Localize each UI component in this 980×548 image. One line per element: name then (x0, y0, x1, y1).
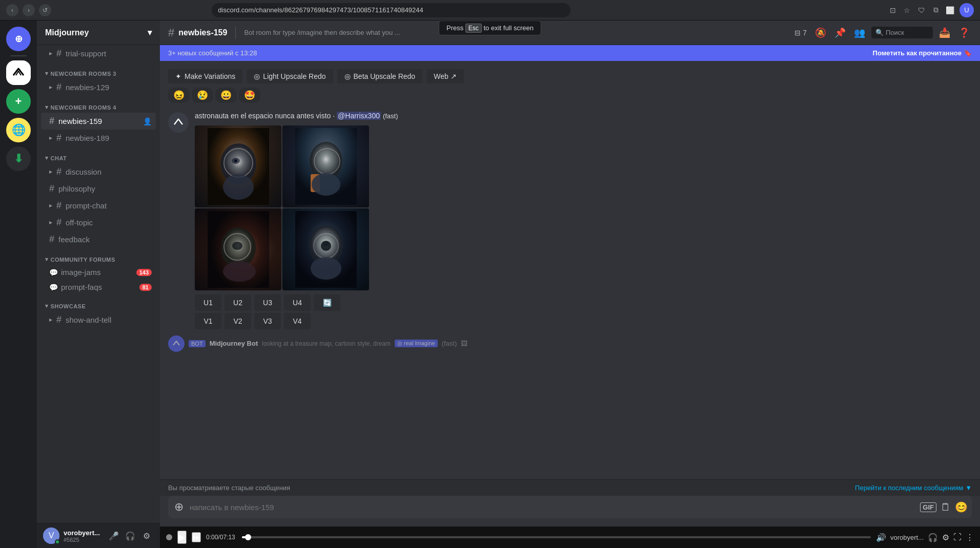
channel-item-philosophy[interactable]: # philosophy (41, 180, 156, 197)
url-bar[interactable]: discord.com/channels/862267976984297473/… (212, 3, 570, 17)
video-status-dot[interactable] (166, 534, 172, 540)
video-volume-icon[interactable]: 🔊 (876, 533, 886, 542)
back-button[interactable]: ‹ (6, 4, 18, 16)
u1-button[interactable]: U1 (195, 294, 221, 311)
discord-home-button[interactable]: ⊕ (6, 27, 31, 51)
channel-item-trial-support[interactable]: ▶ # trial-support (41, 45, 156, 62)
v1-button[interactable]: V1 (195, 313, 221, 329)
deafen-button[interactable]: 🎧 (123, 529, 137, 543)
astro-svg-2 (295, 128, 357, 205)
user-discriminator: #5625 (64, 537, 103, 543)
astronaut-image-1[interactable] (195, 125, 281, 207)
channel-item-newbies-129[interactable]: ▶ # newbies-129 (41, 79, 156, 96)
beta-upscale-redo-button[interactable]: ◎ Beta Upscale Redo (337, 69, 423, 83)
channel-item-newbies-189[interactable]: ▶ # newbies-189 (41, 130, 156, 146)
make-variations-button[interactable]: ✦ Make Variations (168, 69, 242, 83)
extensions-icon[interactable]: ⧉ (931, 5, 941, 15)
emoji-react-1[interactable]: 😖 (168, 88, 190, 103)
server-icon-yellow[interactable]: 🌐 (6, 118, 31, 142)
video-headphones-icon[interactable]: 🎧 (928, 533, 938, 542)
cast-icon[interactable]: ⊡ (888, 5, 898, 15)
channel-item-off-topic[interactable]: ▶ # off-topic (41, 214, 156, 231)
search-box[interactable]: 🔍 Поиск (871, 27, 933, 38)
video-overflow-button[interactable]: ⋮ (966, 533, 974, 542)
chat-input-bar: ⊕ GIF 🗒 😊 (160, 496, 980, 526)
u3-button[interactable]: U3 (254, 294, 281, 311)
channel-label-prompt-faqs: prompt-faqs (61, 283, 102, 291)
svg-point-5 (223, 174, 254, 200)
make-variations-label: Make Variations (185, 72, 235, 80)
emoji-react-4[interactable]: 🤩 (239, 88, 260, 103)
member-count-icon: 👤 (143, 117, 152, 125)
faded-text: looking at a treasure map, cartoon style… (262, 340, 391, 347)
video-next-button[interactable]: ⏭ (192, 532, 201, 542)
channel-item-image-jams[interactable]: 💬 image-jams 143 (41, 265, 156, 280)
attach-file-button[interactable]: ⊕ (172, 498, 186, 516)
video-play-button[interactable]: ▶ (177, 531, 187, 544)
v4-button[interactable]: V4 (284, 313, 311, 329)
sticker-button[interactable]: 🗒 (941, 501, 951, 513)
settings-button[interactable]: ⚙ (139, 529, 154, 543)
emoji-button[interactable]: 😊 (955, 501, 968, 513)
channel-label-159: newbies-159 (58, 117, 102, 125)
browser-icons: ⊡ ☆ 🛡 ⧉ ⬜ U (888, 3, 974, 17)
svg-point-20 (311, 257, 341, 280)
server-icon-green[interactable]: + (6, 89, 31, 114)
video-progress-bar[interactable] (242, 536, 871, 538)
emoji-react-2[interactable]: 😢 (192, 88, 213, 103)
channel-item-show-and-tell[interactable]: ▶ # show-and-tell (41, 311, 156, 328)
pin-button[interactable]: 📌 (832, 25, 848, 40)
server-icon-download[interactable]: ⬇ (6, 146, 31, 171)
forward-button[interactable]: › (23, 4, 35, 16)
bookmark-icon[interactable]: ☆ (902, 5, 912, 15)
channel-label-off-topic: off-topic (66, 218, 93, 227)
esc-tooltip: Press Esc to exit full screen (439, 20, 541, 35)
profile-window-icon[interactable]: ⬜ (945, 5, 955, 15)
new-messages-text: 3+ новых сообщений с 13:28 (168, 49, 257, 57)
server-dropdown-icon[interactable]: ▾ (148, 28, 152, 37)
u-buttons-row: U1 U2 U3 U4 🔄 (195, 294, 972, 311)
mute-channel-button[interactable]: 🔕 (813, 25, 828, 40)
video-settings-icon[interactable]: ⚙ (942, 533, 949, 542)
v3-button[interactable]: V3 (254, 313, 281, 329)
channel-label-feedback: feedback (58, 235, 90, 244)
server-icon-midjourney[interactable] (6, 60, 31, 85)
members-list-button[interactable]: 👥 (852, 25, 867, 40)
inbox-button[interactable]: 📥 (937, 25, 952, 40)
channel-item-feedback[interactable]: # feedback (41, 231, 156, 248)
astronaut-image-3[interactable] (195, 208, 281, 290)
video-user-icon[interactable]: vorobyert... (890, 534, 924, 541)
help-button[interactable]: ❓ (956, 25, 972, 40)
video-fullscreen-button[interactable]: ⛶ (953, 533, 962, 542)
svg-point-4 (234, 159, 237, 162)
mute-button[interactable]: 🎤 (107, 529, 121, 543)
channel-item-newbies-159[interactable]: # newbies-159 👤 (41, 113, 156, 130)
channel-label-prompt-chat: prompt-chat (66, 201, 107, 210)
web-button[interactable]: Web ↗ (426, 69, 463, 83)
emoji-row: 😖 😢 😀 🤩 (160, 88, 980, 109)
v2-button[interactable]: V2 (224, 313, 251, 329)
astronaut-image-4[interactable] (282, 208, 369, 290)
jump-to-latest-button[interactable]: Перейти к последним сообщениям ▼ (855, 484, 972, 492)
astronaut-image-2[interactable] (282, 125, 369, 207)
user-profile-icon[interactable]: U (959, 3, 974, 17)
channel-item-prompt-faqs[interactable]: 💬 prompt-faqs 81 (41, 280, 156, 294)
channel-item-prompt-chat[interactable]: ▶ # prompt-chat (41, 197, 156, 214)
shield-icon[interactable]: 🛡 (916, 5, 927, 15)
u4-button[interactable]: U4 (284, 294, 311, 311)
channel-item-discussion[interactable]: ▶ # discussion (41, 163, 156, 180)
reload-button[interactable]: ↺ (39, 4, 51, 16)
hash-icon-philosophy: # (49, 183, 54, 194)
emoji-react-3[interactable]: 😀 (215, 88, 237, 103)
chat-input-field[interactable] (190, 497, 916, 517)
light-upscale-redo-button[interactable]: ◎ Light Upscale Redo (247, 69, 333, 83)
section-collapse-arrow-showcase: ▾ (45, 303, 49, 309)
u2-button[interactable]: U2 (224, 294, 251, 311)
member-count[interactable]: ⊟ 7 (792, 27, 809, 39)
gif-button[interactable]: GIF (920, 502, 936, 512)
channel-label: trial-support (66, 49, 106, 58)
url-text: discord.com/channels/862267976984297473/… (218, 6, 423, 14)
mark-read-button[interactable]: Пометить как прочитанное 🔖 (873, 49, 972, 57)
refresh-button[interactable]: 🔄 (314, 294, 340, 311)
server-header[interactable]: Midjourney ▾ (37, 20, 160, 45)
